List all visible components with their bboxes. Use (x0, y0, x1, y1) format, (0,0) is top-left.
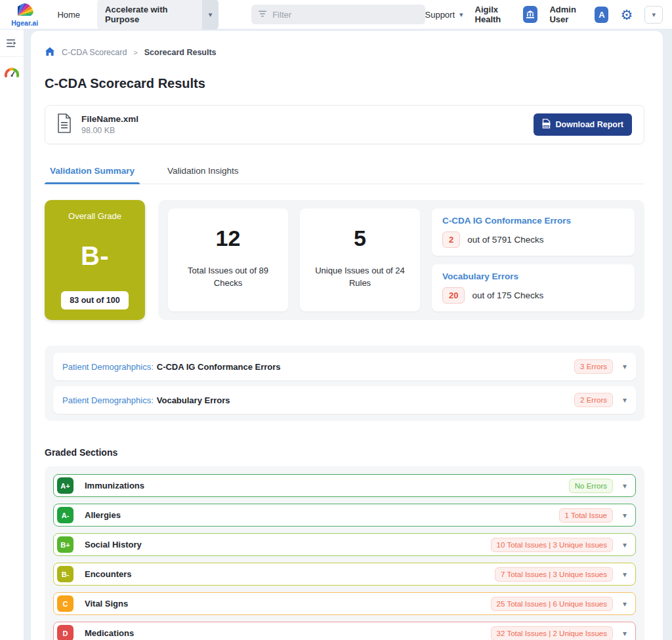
conformance-error-count: 2 (442, 231, 460, 248)
page-title: C-CDA Scorecard Results (45, 76, 644, 91)
vocabulary-error-suffix: out of 175 Checks (472, 290, 543, 300)
gauge-icon (4, 66, 20, 77)
gear-icon[interactable]: ⚙ (620, 8, 633, 22)
file-card: FileName.xml 98.00 KB Download Report (45, 105, 644, 144)
breadcrumb-current: Scorecard Results (144, 48, 217, 57)
conformance-errors-link[interactable]: C-CDA IG Conformance Errors (442, 216, 624, 226)
section-name: Medications (85, 628, 134, 638)
pdf-file-icon (542, 119, 551, 130)
avatar[interactable]: A (595, 7, 608, 23)
issue-section-link[interactable]: Patient Demograhphics: (62, 362, 154, 372)
vocabulary-errors-card: Vocabulary Errors 20 out of 175 Checks (432, 264, 635, 311)
user-menu[interactable]: Admin User A (549, 5, 608, 24)
overall-grade-value: B- (81, 241, 109, 271)
chevron-down-icon[interactable]: ▾ (623, 511, 627, 520)
support-label: Support (425, 10, 455, 20)
file-size: 98.00 KB (81, 126, 138, 135)
chevron-down-icon[interactable]: ▾ (623, 599, 627, 609)
total-issues-value: 12 (216, 226, 241, 251)
grade-chip: C (57, 595, 74, 612)
vocabulary-error-count: 20 (442, 287, 465, 304)
section-name: Vital Signs (85, 599, 128, 609)
section-name: Allergies (85, 510, 121, 520)
issue-section-link[interactable]: Patient Demograhphics: (62, 395, 154, 405)
chevron-down-icon[interactable]: ▾ (623, 481, 627, 490)
issues-box: Patient Demograhphics: C-CDA IG Conforma… (45, 346, 644, 421)
breadcrumb-parent[interactable]: C-CDA Scorecard (62, 48, 127, 57)
graded-row-immunizations[interactable]: A+ Immunizations No Errors ▾ (53, 474, 636, 497)
filter-icon (258, 9, 267, 20)
tab-validation-insights[interactable]: Validation Insights (166, 161, 240, 184)
tab-validation-summary[interactable]: Validation Summary (49, 161, 136, 184)
graded-row-encounters[interactable]: B- Encounters 7 Total Issues | 3 Unique … (53, 563, 636, 586)
chevron-down-icon[interactable]: ▾ (623, 362, 627, 371)
user-name-label: Admin User (549, 5, 590, 24)
navbar-more-button[interactable]: ▾ (644, 6, 663, 24)
breadcrumb-separator: > (133, 49, 137, 56)
top-navbar: Hgear.ai Home Accelerate with Purpose ▾ … (0, 0, 672, 30)
download-report-label: Download Report (556, 120, 623, 129)
sidebar-item-scorecard[interactable] (0, 57, 24, 86)
bank-icon[interactable] (523, 6, 537, 23)
error-count-badge: 2 Errors (574, 393, 613, 407)
unique-issues-card: 5 Unique Issues out of 24 Rules (300, 209, 420, 311)
section-name: Immunizations (85, 481, 144, 490)
sidebar-expand-button[interactable] (0, 30, 24, 57)
menu-arrow-icon (6, 39, 18, 48)
org-name-label: Aigilx Health (475, 5, 519, 24)
chevron-down-icon: ▾ (459, 10, 463, 19)
grade-chip: B- (57, 566, 74, 582)
navbar-right: Support ▾ Aigilx Health Admin User A ⚙ ▾ (425, 5, 663, 24)
vocabulary-errors-link[interactable]: Vocabulary Errors (442, 271, 624, 281)
grade-chip: B+ (57, 536, 74, 553)
left-sidebar (0, 30, 24, 640)
issue-row[interactable]: Patient Demograhphics: Vocabulary Errors… (53, 386, 636, 414)
status-badge: 32 Total Issues | 2 Unique Issues (491, 626, 613, 640)
support-menu[interactable]: Support ▾ (425, 10, 463, 20)
home-icon[interactable] (45, 47, 55, 58)
overall-grade-card: Overall Grade B- 83 out of 100 (45, 200, 145, 320)
download-report-button[interactable]: Download Report (534, 113, 632, 136)
chevron-down-icon[interactable]: ▾ (623, 570, 627, 579)
nav-home-link[interactable]: Home (57, 10, 80, 20)
chevron-down-icon[interactable]: ▾ (623, 395, 627, 405)
filter-input[interactable] (272, 10, 418, 20)
status-badge: 7 Total Issues | 3 Unique Issues (495, 567, 613, 582)
org-menu[interactable]: Aigilx Health (475, 5, 538, 24)
graded-row-vital-signs[interactable]: C Vital Signs 25 Total Issues | 6 Unique… (53, 592, 636, 615)
validation-summary-section: Overall Grade B- 83 out of 100 12 Total … (45, 200, 644, 320)
graded-row-social-history[interactable]: B+ Social History 10 Total Issues | 3 Un… (53, 533, 636, 556)
workspace-select-value: Accelerate with Purpose (97, 0, 202, 30)
graded-row-medications[interactable]: D Medications 32 Total Issues | 2 Unique… (53, 622, 636, 640)
issue-category: Vocabulary Errors (157, 395, 230, 405)
main-content: C-CDA Scorecard > Scorecard Results C-CD… (31, 31, 663, 640)
graded-row-allergies[interactable]: A- Allergies 1 Total Issue ▾ (53, 504, 636, 527)
conformance-error-suffix: out of 5791 Checks (467, 235, 543, 245)
overall-grade-score: 83 out of 100 (61, 291, 128, 310)
total-issues-caption: Total Issues out of 89 Checks (178, 265, 278, 290)
chevron-down-icon[interactable]: ▾ (623, 540, 627, 550)
filter-input-wrap[interactable] (251, 5, 425, 24)
grade-chip: D (57, 625, 74, 640)
graded-sections-heading: Graded Sections (45, 447, 644, 458)
workspace-select[interactable]: Accelerate with Purpose ▾ (97, 0, 219, 30)
breadcrumb: C-CDA Scorecard > Scorecard Results (45, 47, 644, 58)
issue-category: C-CDA IG Conformance Errors (157, 362, 281, 372)
brand-logo[interactable]: Hgear.ai (9, 3, 40, 27)
chevron-down-icon[interactable]: ▾ (623, 629, 627, 638)
document-icon (56, 113, 73, 136)
status-badge: No Errors (569, 479, 613, 493)
conformance-errors-card: C-CDA IG Conformance Errors 2 out of 579… (432, 209, 635, 256)
section-name: Encounters (85, 569, 132, 579)
brand-name: Hgear.ai (11, 19, 38, 27)
fan-logo-icon (15, 3, 35, 20)
unique-issues-value: 5 (354, 226, 366, 251)
graded-sections-box: A+ Immunizations No Errors ▾ A- Allergie… (45, 466, 644, 640)
section-name: Social History (85, 540, 142, 550)
unique-issues-caption: Unique Issues out of 24 Rules (310, 265, 410, 290)
status-badge: 1 Total Issue (559, 508, 613, 523)
issue-row[interactable]: Patient Demograhphics: C-CDA IG Conforma… (53, 353, 636, 380)
chevron-down-icon[interactable]: ▾ (202, 0, 219, 30)
error-count-badge: 3 Errors (574, 359, 613, 374)
file-name: FileName.xml (81, 114, 138, 124)
